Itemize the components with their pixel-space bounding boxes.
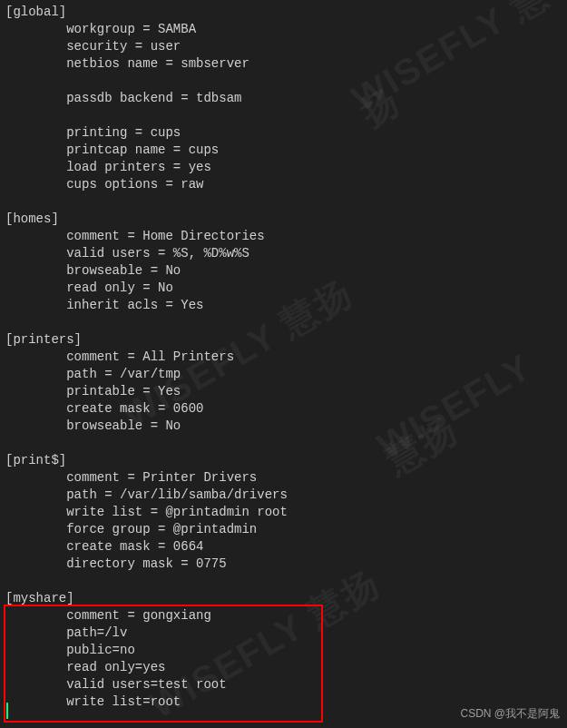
config-line: valid users=test root [5, 676, 562, 694]
config-line: path = /var/tmp [5, 366, 562, 383]
config-line: write list = @printadmin root [5, 504, 562, 521]
config-line: browseable = No [5, 418, 562, 435]
config-line: printcap name = cups [5, 142, 562, 159]
csdn-attribution: CSDN @我不是阿鬼 [460, 705, 560, 723]
config-line: comment = Home Directories [5, 228, 562, 245]
section-header: [print$] [5, 452, 562, 469]
config-line: printing = cups [5, 124, 562, 142]
config-line: security = user [5, 38, 562, 55]
config-line: create mask = 0600 [5, 400, 562, 418]
config-file-content: [global] workgroup = SAMBA security = us… [0, 0, 567, 714]
text-cursor [6, 703, 8, 719]
config-line: read only = No [5, 280, 562, 297]
section-header: [myshare] [5, 590, 562, 607]
config-line: passdb backend = tdbsam [5, 90, 562, 107]
config-line: read only=yes [5, 659, 562, 676]
config-line: comment = gongxiang [5, 607, 562, 625]
config-line: printable = Yes [5, 383, 562, 400]
blank-line [5, 573, 562, 590]
config-line: cups options = raw [5, 176, 562, 193]
config-line: public=no [5, 642, 562, 659]
config-line: comment = All Printers [5, 349, 562, 366]
blank-line [5, 314, 562, 331]
config-line: load printers = yes [5, 159, 562, 176]
config-line: create mask = 0664 [5, 538, 562, 556]
section-header: [printers] [5, 331, 562, 349]
config-line: inherit acls = Yes [5, 297, 562, 314]
config-line: path=/lv [5, 625, 562, 642]
blank-line [5, 193, 562, 211]
blank-line [5, 73, 562, 90]
config-line: browseable = No [5, 262, 562, 280]
blank-line [5, 435, 562, 452]
section-header: [homes] [5, 211, 562, 228]
config-line: comment = Printer Drivers [5, 469, 562, 487]
config-line: valid users = %S, %D%w%S [5, 245, 562, 262]
config-line: directory mask = 0775 [5, 556, 562, 573]
blank-line [5, 107, 562, 124]
config-line: force group = @printadmin [5, 521, 562, 538]
section-header: [global] [5, 4, 562, 21]
config-line: path = /var/lib/samba/drivers [5, 487, 562, 504]
config-line: workgroup = SAMBA [5, 21, 562, 38]
config-line: netbios name = smbserver [5, 55, 562, 73]
